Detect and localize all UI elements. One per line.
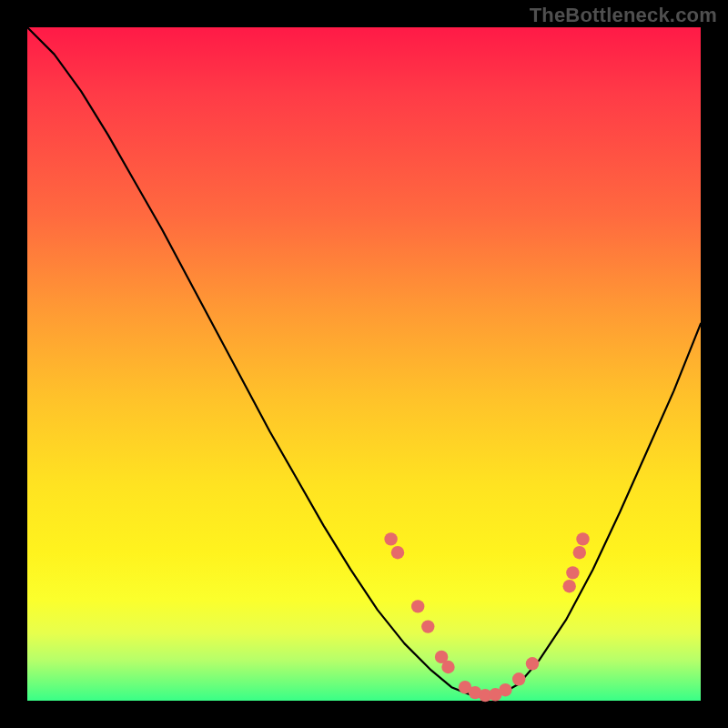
bottleneck-curve [27,27,701,698]
marker-dot [411,600,424,612]
chart-frame: TheBottleneck.com [0,0,728,728]
marker-dot [384,532,397,545]
marker-dot [421,620,434,632]
marker-dot [499,683,511,696]
plot-area [27,27,701,701]
marker-dots [384,532,589,702]
marker-dot [566,566,579,579]
watermark-text: TheBottleneck.com [530,4,717,27]
marker-dot [576,532,589,545]
curve-svg [27,27,701,701]
marker-dot [563,580,576,592]
marker-dot [391,546,404,559]
marker-dot [526,657,539,670]
marker-dot [573,546,586,559]
marker-dot [512,672,525,685]
marker-dot [441,661,454,673]
